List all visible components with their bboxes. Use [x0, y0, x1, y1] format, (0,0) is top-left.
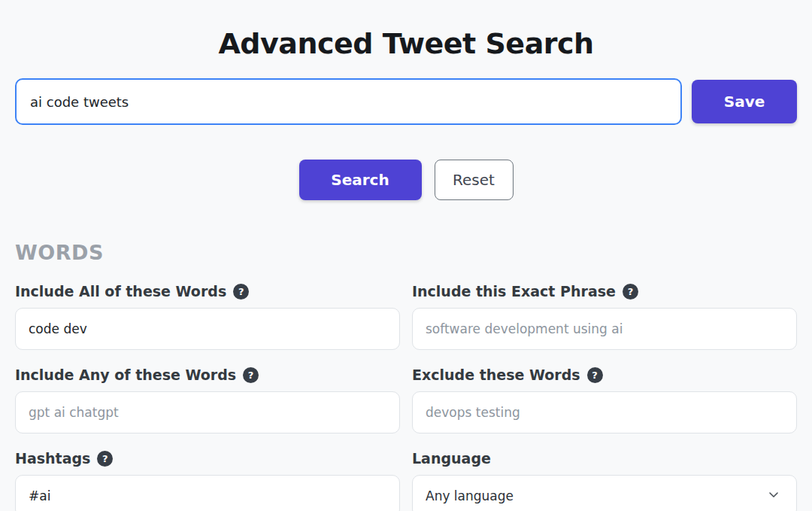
language-select[interactable]: Any language [412, 475, 797, 511]
save-button[interactable]: Save [692, 80, 797, 123]
language-selected-value: Any language [426, 488, 514, 503]
help-icon[interactable]: ? [233, 284, 249, 300]
hashtags-label: Hashtags [15, 450, 90, 467]
exact-phrase-input[interactable] [412, 308, 797, 350]
include-all-words-input[interactable] [15, 308, 400, 350]
reset-button[interactable]: Reset [435, 160, 514, 200]
field-language: Language Any language [412, 449, 797, 511]
page-title: Advanced Tweet Search [15, 27, 797, 60]
field-label-row: Hashtags ? [15, 449, 400, 467]
help-icon[interactable]: ? [243, 367, 259, 383]
field-exclude-words: Exclude these Words ? [412, 366, 797, 433]
language-label: Language [412, 450, 491, 467]
advanced-tweet-search-page: Advanced Tweet Search Save Search Reset … [0, 27, 812, 511]
exclude-words-input[interactable] [412, 391, 797, 433]
field-label-row: Include Any of these Words ? [15, 366, 400, 384]
hashtags-input[interactable] [15, 475, 400, 511]
include-any-words-label: Include Any of these Words [15, 367, 236, 383]
chevron-down-icon [767, 488, 780, 504]
field-hashtags: Hashtags ? [15, 449, 400, 511]
query-save-bar: Save [15, 78, 797, 125]
search-button[interactable]: Search [299, 160, 422, 200]
include-any-words-input[interactable] [15, 391, 400, 433]
field-label-row: Include All of these Words ? [15, 282, 400, 300]
query-input[interactable] [15, 78, 682, 125]
field-label-row: Language [412, 449, 797, 467]
words-section-heading: WORDS [15, 241, 797, 264]
actions-row: Search Reset [15, 160, 797, 200]
field-label-row: Include this Exact Phrase ? [412, 282, 797, 300]
include-all-words-label: Include All of these Words [15, 283, 226, 300]
help-icon[interactable]: ? [97, 451, 113, 467]
field-exact-phrase: Include this Exact Phrase ? [412, 282, 797, 350]
field-label-row: Exclude these Words ? [412, 366, 797, 384]
exclude-words-label: Exclude these Words [412, 367, 580, 383]
help-icon[interactable]: ? [587, 367, 603, 383]
field-include-any-words: Include Any of these Words ? [15, 366, 400, 433]
help-icon[interactable]: ? [623, 284, 638, 300]
exact-phrase-label: Include this Exact Phrase [412, 283, 616, 300]
field-include-all-words: Include All of these Words ? [15, 282, 400, 350]
words-fields-grid: Include All of these Words ? Include thi… [15, 282, 797, 511]
